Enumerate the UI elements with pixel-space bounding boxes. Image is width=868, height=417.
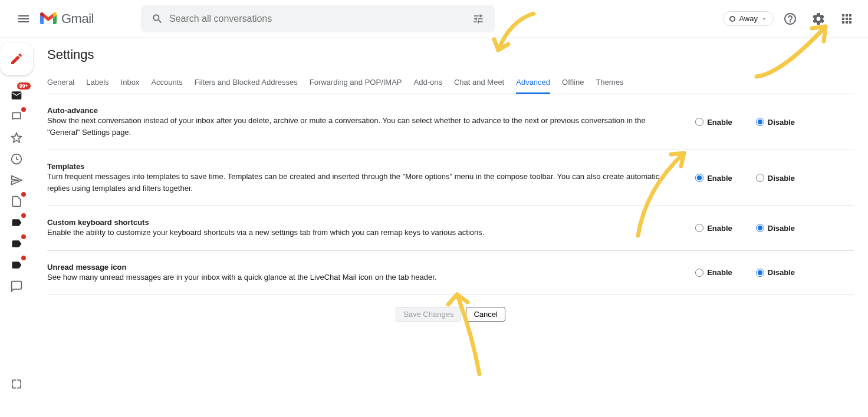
tab-chat-and-meet[interactable]: Chat and Meet	[454, 72, 504, 94]
setting-row: TemplatesTurn frequent messages into tem…	[47, 150, 854, 206]
notification-dot-icon	[21, 107, 26, 112]
tab-inbox[interactable]: Inbox	[121, 72, 140, 94]
radio-disable[interactable]: Disable	[756, 118, 795, 127]
help-icon	[783, 12, 797, 26]
inbox-icon	[11, 90, 22, 101]
tab-accounts[interactable]: Accounts	[151, 72, 182, 94]
radio-label: Disable	[768, 268, 795, 277]
chat-outline-icon	[11, 280, 22, 292]
radio-input[interactable]	[756, 269, 764, 277]
radio-label: Disable	[768, 174, 795, 183]
gear-icon	[811, 12, 826, 26]
tab-filters-and-blocked-addresses[interactable]: Filters and Blocked Addresses	[195, 72, 298, 94]
sidebar-chat[interactable]	[7, 107, 26, 126]
setting-text: Turn frequent messages into templates to…	[47, 171, 672, 194]
sidebar-label-2[interactable]	[7, 234, 26, 253]
radio-label: Enable	[707, 224, 732, 233]
apps-grid-icon	[840, 12, 854, 26]
support-button[interactable]	[778, 7, 802, 31]
settings-button[interactable]	[807, 7, 830, 31]
content-area: Settings GeneralLabelsInboxAccountsFilte…	[33, 38, 868, 417]
tab-add-ons[interactable]: Add-ons	[414, 72, 442, 94]
setting-title: Auto-advance	[47, 106, 672, 115]
cancel-button[interactable]: Cancel	[466, 307, 505, 322]
radio-input[interactable]	[756, 118, 764, 126]
sidebar-inbox[interactable]: 99+	[7, 86, 26, 105]
file-icon	[11, 196, 22, 207]
radio-label: Enable	[707, 118, 732, 127]
main-menu-button[interactable]	[9, 5, 38, 33]
notification-dot-icon	[21, 234, 26, 239]
app-header: Gmail Away	[0, 0, 868, 38]
radio-disable[interactable]: Disable	[756, 174, 795, 183]
setting-title: Unread message icon	[47, 263, 672, 272]
label-icon	[11, 259, 22, 271]
tab-themes[interactable]: Themes	[596, 72, 623, 94]
radio-enable[interactable]: Enable	[695, 174, 732, 183]
setting-controls: EnableDisable	[695, 162, 854, 194]
setting-row: Unread message iconSee how many unread m…	[47, 251, 854, 296]
tab-labels[interactable]: Labels	[86, 72, 108, 94]
radio-enable[interactable]: Enable	[695, 224, 732, 233]
sidebar: 99+	[0, 38, 33, 417]
sidebar-label-1[interactable]	[7, 213, 26, 232]
tab-forwarding-and-pop-imap[interactable]: Forwarding and POP/IMAP	[310, 72, 402, 94]
sidebar-snoozed[interactable]	[7, 150, 26, 168]
radio-enable[interactable]: Enable	[695, 118, 732, 127]
setting-controls: EnableDisable	[695, 106, 854, 138]
compose-button[interactable]	[0, 42, 33, 75]
gmail-icon	[40, 12, 57, 25]
radio-input[interactable]	[695, 174, 703, 182]
sidebar-drafts[interactable]	[7, 192, 26, 211]
setting-title: Custom keyboard shortcuts	[47, 218, 672, 227]
radio-input[interactable]	[695, 118, 703, 126]
search-bar[interactable]	[141, 5, 495, 32]
setting-description: Auto-advanceShow the next conversation i…	[47, 106, 695, 138]
chat-bubble-icon	[11, 111, 22, 123]
sidebar-collapse[interactable]	[7, 375, 26, 393]
status-chip[interactable]: Away	[723, 11, 774, 26]
radio-label: Disable	[768, 118, 795, 127]
setting-text: See how many unread messages are in your…	[47, 272, 672, 283]
radio-label: Enable	[707, 268, 732, 277]
settings-list: Auto-advanceShow the next conversation i…	[47, 94, 854, 295]
radio-input[interactable]	[756, 174, 764, 182]
tab-advanced[interactable]: Advanced	[516, 72, 550, 94]
radio-disable[interactable]: Disable	[756, 224, 795, 233]
chevron-down-icon	[761, 16, 767, 22]
pencil-icon	[9, 52, 24, 66]
sidebar-sent[interactable]	[7, 171, 26, 190]
notification-dot-icon	[21, 256, 26, 260]
radio-disable[interactable]: Disable	[756, 268, 795, 277]
radio-input[interactable]	[695, 269, 703, 277]
status-away-icon	[729, 16, 735, 22]
radio-input[interactable]	[695, 224, 703, 232]
sidebar-spaces[interactable]	[7, 277, 26, 296]
hamburger-icon	[17, 12, 31, 26]
settings-tabs: GeneralLabelsInboxAccountsFilters and Bl…	[47, 72, 854, 94]
radio-enable[interactable]: Enable	[695, 268, 732, 277]
clock-icon	[11, 153, 22, 165]
tab-general[interactable]: General	[47, 72, 74, 94]
setting-controls: EnableDisable	[695, 218, 854, 239]
search-options-button[interactable]	[466, 7, 490, 31]
setting-description: TemplatesTurn frequent messages into tem…	[47, 162, 695, 194]
apps-button[interactable]	[835, 7, 859, 31]
tab-offline[interactable]: Offline	[562, 72, 584, 94]
button-row: Save Changes Cancel	[47, 295, 854, 333]
collapse-icon	[11, 378, 22, 390]
status-label: Away	[739, 14, 758, 23]
label-icon	[11, 217, 22, 229]
notification-dot-icon	[21, 192, 26, 197]
main-container: 99+	[0, 38, 868, 417]
gmail-logo[interactable]: Gmail	[40, 11, 94, 27]
sidebar-label-3[interactable]	[7, 256, 26, 274]
label-icon	[11, 238, 22, 250]
search-input[interactable]	[169, 14, 466, 24]
search-icon	[146, 7, 169, 31]
setting-description: Unread message iconSee how many unread m…	[47, 263, 695, 283]
sidebar-starred[interactable]	[7, 128, 26, 147]
radio-input[interactable]	[756, 224, 764, 232]
logo-text: Gmail	[61, 11, 94, 27]
save-changes-button[interactable]: Save Changes	[396, 307, 461, 322]
